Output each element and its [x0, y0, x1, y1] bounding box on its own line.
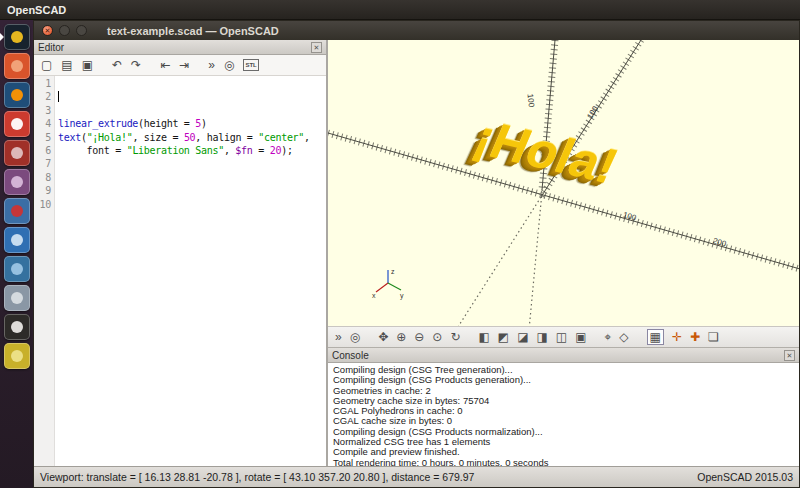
orthogonal-icon[interactable]: ▦ [647, 329, 664, 345]
maximize-button[interactable] [76, 25, 87, 36]
axis-y-label: y [400, 292, 404, 300]
launcher-item-firefox[interactable] [4, 82, 30, 108]
line-number: 5 [34, 131, 51, 144]
redo-button[interactable]: ↷ [131, 59, 141, 71]
code-token: 20 [270, 145, 281, 156]
openscad-icon [11, 31, 23, 43]
preview-button[interactable]: » [208, 59, 215, 71]
editor-panel: Editor ✕ ▢ ▤ ▣ ↶ ↷ ⇤ ⇥ » ◎ STL [34, 40, 328, 466]
preview-icon[interactable]: » [335, 331, 342, 343]
viewport-toolbar: » ◎ ✥ ⊕ ⊖ ⊙ ↻ ◧ ◩ ◪ ◨ ◫ ▣ ⌖ ◇ ▦ ✛ [328, 326, 799, 348]
code-line [58, 171, 326, 184]
console-line: Total rendering time: 0 hours, 0 minutes… [333, 458, 799, 466]
axis-indicator: z x y [370, 266, 406, 302]
launcher-item-browser[interactable] [4, 256, 30, 282]
export-stl-button[interactable]: STL [243, 59, 258, 71]
code-area[interactable]: linear_extrude(height = 5) text("¡Hola!"… [55, 76, 326, 466]
editor-panel-header[interactable]: Editor ✕ [34, 40, 326, 55]
launcher-item-openscad[interactable] [4, 24, 30, 50]
launcher-item-libreoffice[interactable] [4, 111, 30, 137]
view-top-icon[interactable]: ◩ [498, 331, 509, 343]
show-axes-icon[interactable]: ✚ [690, 331, 700, 343]
app-blue-c-icon [11, 234, 23, 246]
axis-x-label: x [372, 292, 376, 299]
view-front-icon[interactable]: ◫ [556, 331, 567, 343]
viewport-3d[interactable]: 100 200 100 100 ¡Hola! z x y [328, 40, 799, 326]
window-title-bar[interactable]: ✕ text-example.scad — OpenSCAD [34, 21, 799, 40]
files-icon [11, 60, 23, 72]
version-text: OpenSCAD 2015.03 [697, 471, 793, 483]
code-line [58, 90, 326, 103]
firefox-icon [11, 89, 23, 101]
line-number: 1 [34, 77, 51, 90]
console-log[interactable]: Compiling design (CSG Tree generation)..… [328, 363, 799, 466]
view-all-icon[interactable]: ✥ [378, 331, 388, 343]
console-close-icon[interactable]: ✕ [784, 350, 795, 361]
code-token: , [224, 145, 235, 156]
code-token: "Liberation Sans" [127, 145, 224, 156]
console-panel-header[interactable]: Console ✕ [328, 348, 799, 363]
unity-launcher [0, 20, 33, 488]
view-back-icon[interactable]: ▣ [575, 331, 586, 343]
view-bottom-icon[interactable]: ◪ [517, 331, 528, 343]
zoom-out-icon[interactable]: ⊖ [414, 331, 424, 343]
perspective-icon[interactable]: ◇ [619, 331, 628, 343]
code-line [58, 77, 326, 90]
code-line: text("¡Hola!", size = 50, halign = "cent… [58, 131, 326, 144]
libreoffice-icon [11, 118, 23, 130]
line-number: 6 [34, 144, 51, 157]
launcher-item-files[interactable] [4, 53, 30, 79]
code-line: linear_extrude(height = 5) [58, 117, 326, 130]
save-button[interactable]: ▣ [82, 59, 93, 71]
game-icon [11, 350, 23, 362]
code-token: , halign = [195, 132, 258, 143]
axis-z-label: z [391, 268, 395, 275]
indent-button[interactable]: ⇥ [179, 59, 189, 71]
code-token: text [58, 132, 81, 143]
app-menu-title[interactable]: OpenSCAD [7, 4, 66, 16]
window-main: Editor ✕ ▢ ▤ ▣ ↶ ↷ ⇤ ⇥ » ◎ STL [34, 40, 799, 466]
line-number: 10 [34, 198, 51, 211]
launcher-item-app-blue-c[interactable] [4, 227, 30, 253]
launcher-item-terminal[interactable] [4, 314, 30, 340]
unindent-button[interactable]: ⇤ [160, 59, 170, 71]
code-editor[interactable]: 1 2 3 4 5 6 7 8 9 10 [34, 76, 326, 466]
show-scale-markers-icon[interactable]: ✛ [672, 331, 682, 343]
code-line [58, 157, 326, 170]
code-line [58, 104, 326, 117]
launcher-item-app-red[interactable] [4, 140, 30, 166]
zoom-reset-icon[interactable]: ⊙ [432, 331, 442, 343]
undo-button[interactable]: ↶ [112, 59, 122, 71]
launcher-item-software-center[interactable] [4, 285, 30, 311]
launcher-item-system-settings[interactable] [4, 198, 30, 224]
launcher-item-game[interactable] [4, 343, 30, 369]
status-bar: Viewport: translate = [ 16.13 28.81 -20.… [34, 466, 799, 487]
zoom-in-icon[interactable]: ⊕ [396, 331, 406, 343]
reset-view-icon[interactable]: ↻ [450, 331, 460, 343]
view-right-icon[interactable]: ◧ [478, 331, 489, 343]
minimize-button[interactable] [59, 25, 70, 36]
close-button[interactable]: ✕ [42, 25, 53, 36]
launcher-item-media-player[interactable] [4, 169, 30, 195]
code-line [58, 184, 326, 197]
editor-close-icon[interactable]: ✕ [311, 42, 322, 53]
view-center-icon[interactable]: ⌖ [605, 331, 612, 343]
view-left-icon[interactable]: ◨ [537, 331, 548, 343]
render-button[interactable]: ◎ [224, 59, 234, 71]
screen: OpenSCAD ✕ text-example.scad — OpenSCAD [0, 0, 800, 488]
new-file-button[interactable]: ▢ [41, 59, 52, 71]
app-red-icon [11, 147, 23, 159]
open-button[interactable]: ▤ [61, 59, 72, 71]
desktop-top-bar: OpenSCAD [0, 0, 800, 20]
openscad-window: ✕ text-example.scad — OpenSCAD Editor ✕ … [33, 20, 800, 488]
window-title: text-example.scad — OpenSCAD [107, 25, 279, 37]
console-panel: Console ✕ Compiling design (CSG Tree gen… [328, 348, 799, 466]
axis-tick-label: 100 [526, 93, 536, 107]
code-token: (height = [138, 118, 195, 129]
view-bounding-box-icon[interactable]: ❏ [708, 331, 719, 343]
terminal-icon [11, 321, 23, 333]
render-icon[interactable]: ◎ [350, 331, 360, 343]
code-token: , [304, 132, 310, 143]
text-cursor [58, 91, 59, 102]
line-number: 2 [34, 90, 51, 103]
